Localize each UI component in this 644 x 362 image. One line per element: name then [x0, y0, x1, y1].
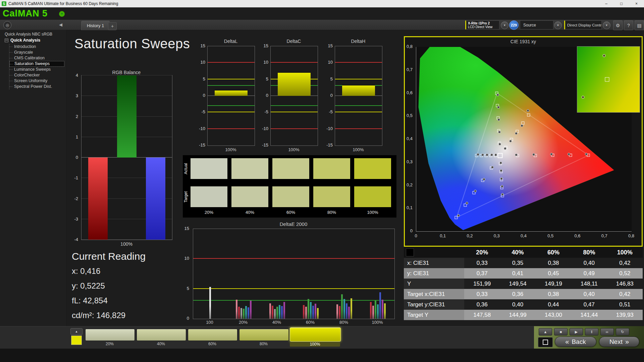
current-reading-line-3: cd/m²: 146,829 [72, 311, 125, 325]
deltae-x-axis: 10020%40%60%80%100% [193, 320, 394, 326]
display-control-dropdown-icon[interactable]: ▼ [603, 21, 610, 29]
meter-dropdown[interactable]: X-Rite i1Pro 2 LCD Direct View [465, 20, 499, 29]
sidebar-item-colorchecker[interactable]: ColorChecker [9, 72, 64, 78]
reading-count-badge: 229 [509, 20, 519, 30]
deltal-y-axis: 151050-5-10-15 [196, 46, 206, 145]
table-row-target-y-cie31: Target y:CIE310,360,400,440,470,51 [404, 299, 643, 310]
app-icon: 5 [2, 1, 6, 6]
table-col-header-2: 60% [536, 247, 571, 258]
table-header-row: 20%40%60%80%100% [404, 247, 643, 258]
saturation-button-label-4: 100% [290, 342, 340, 347]
layout-icon[interactable]: ▤ [635, 20, 644, 30]
tab-history-1[interactable]: History 1 [81, 21, 110, 30]
meter-dropdown-icon[interactable]: ▼ [501, 21, 508, 29]
measurement-table: 20%40%60%80%100%x: CIE310,330,350,380,40… [404, 247, 643, 320]
loop-button[interactable]: ∞ [600, 328, 614, 336]
rgb-balance-chart [81, 75, 172, 240]
play-button[interactable]: ▶ [570, 328, 583, 336]
rgb-balance-title: RGB Balance [81, 70, 172, 75]
table-col-header-4: 100% [607, 247, 643, 258]
target-swatch-1 [231, 186, 268, 207]
window-controls: – □ × [599, 0, 644, 7]
saturation-button-80[interactable] [239, 329, 289, 341]
rgb-balance-y-axis: -4-3-2-101234 [69, 75, 79, 239]
back-button[interactable]: « Back [555, 337, 596, 347]
table-row-x-cie31: x: CIE310,330,350,380,400,42 [404, 258, 643, 268]
sidebar-item-luminance-sweeps[interactable]: Luminance Sweeps [9, 67, 64, 72]
titlebar: 5 CalMAN 5 CalMAN Ultimate for Business … [0, 0, 644, 7]
legend-chip [406, 248, 414, 256]
sidebar-item-screen-uniformity[interactable]: Screen Uniformity [9, 78, 64, 84]
saturation-button-60[interactable] [188, 329, 237, 341]
rgb-balance-x-label: 100% [81, 241, 172, 247]
pause-button[interactable]: ‖ [585, 328, 598, 336]
current-color-chip [71, 336, 82, 345]
target-swatch-2 [272, 186, 309, 207]
saturation-button-40[interactable] [137, 329, 186, 341]
stop-button[interactable]: ■ [554, 328, 568, 336]
settings-gear-icon[interactable]: ⚙ [613, 20, 623, 30]
display-control-dropdown[interactable]: Direct Display Control [564, 20, 602, 29]
help-icon[interactable]: ? [624, 20, 633, 30]
window-title: CalMAN 5 CalMAN Ultimate for Business 60… [8, 1, 118, 6]
sidebar-item-saturation-sweeps[interactable]: Saturation Sweeps [9, 61, 64, 67]
deltae-group-label-0: 100 [193, 320, 226, 325]
inset-target-marker [605, 77, 609, 82]
pattern-window-button[interactable] [538, 337, 553, 347]
meter-name: X-Rite i1Pro 2 [468, 21, 499, 25]
cie-x-axis: 00,10,20,30,40,50,60,70,8 [416, 233, 631, 239]
saturation-button-20[interactable] [85, 329, 135, 341]
deltae-group-label-5: 100% [361, 320, 394, 325]
deltae-group-label-1: 20% [226, 320, 260, 325]
minimize-button[interactable]: – [599, 0, 614, 7]
sidebar-item-introduction[interactable]: Introduction [9, 44, 64, 50]
actual-swatch-4 [354, 158, 391, 179]
swatch-col-label-3: 80% [313, 210, 350, 215]
rgb-bar-green [117, 75, 137, 158]
next-label: Next [609, 338, 623, 346]
close-button[interactable]: × [629, 0, 644, 7]
sidebar-item-grayscale[interactable]: Grayscale [9, 50, 64, 55]
source-dropdown-icon[interactable]: ▼ [554, 21, 562, 29]
deltah-title: DeltaH [335, 39, 382, 44]
deltac-x-label: 100% [270, 147, 317, 152]
saturation-button-100[interactable] [290, 327, 341, 342]
expand-up-button[interactable]: ▲ [70, 328, 83, 335]
record-target-icon[interactable]: ◎ [3, 21, 11, 29]
actual-swatch-1 [231, 158, 268, 179]
sidebar-item-cms-calibration[interactable]: CMS Calibration [9, 55, 64, 61]
logo-dropdown-icon[interactable]: ▼ [59, 11, 65, 17]
next-button[interactable]: Next » [599, 337, 639, 347]
deltae-y-axis: 151050 [179, 229, 191, 318]
swatch-col-label-1: 40% [231, 210, 268, 215]
table-row-target-x-cie31: Target x:CIE310,330,360,380,400,42 [404, 289, 643, 299]
cie-inset [577, 46, 640, 113]
tree-collapse-icon[interactable] [5, 39, 8, 42]
sidebar-collapse-icon[interactable]: ◀ [59, 22, 62, 27]
saturation-button-label-2: 60% [188, 342, 237, 346]
swatch-col-label-0: 20% [191, 210, 227, 215]
maximize-button[interactable]: □ [614, 0, 629, 7]
rgb-bar-blue [146, 158, 165, 240]
deltal-chart [207, 46, 255, 146]
refresh-button[interactable]: ↻ [616, 328, 629, 336]
rgb-bar-red [88, 158, 108, 240]
deltae-chart [193, 229, 395, 319]
source-dropdown[interactable]: Source [520, 20, 553, 29]
deltah-chart [335, 46, 382, 146]
eject-button[interactable]: ▲ [539, 328, 552, 336]
saturation-button-label-1: 40% [137, 342, 185, 346]
tab-add-button[interactable]: + [108, 22, 117, 30]
back-label: Back [572, 338, 586, 346]
current-reading-line-2: fL: 42,854 [72, 296, 125, 311]
sidebar-nav-items: IntroductionGrayscaleCMS CalibrationSatu… [9, 44, 64, 89]
deltac-y-axis: 151050-5-10-15 [259, 46, 269, 145]
inset-measured-marker [581, 96, 584, 99]
sidebar-item-spectral-power-dist[interactable]: Spectral Power Dist. [9, 84, 64, 89]
nav-root-label: Quick Analysis [10, 38, 40, 43]
current-reading-title: Current Reading [72, 251, 146, 262]
nav-root-quick-analysis[interactable]: Quick Analysis [5, 38, 40, 43]
deltae-group-label-3: 60% [293, 320, 327, 325]
table-row-y-cie31: y: CIE310,370,410,450,490,52 [404, 268, 643, 279]
calman-logo[interactable]: CalMAN 5 [3, 8, 48, 19]
